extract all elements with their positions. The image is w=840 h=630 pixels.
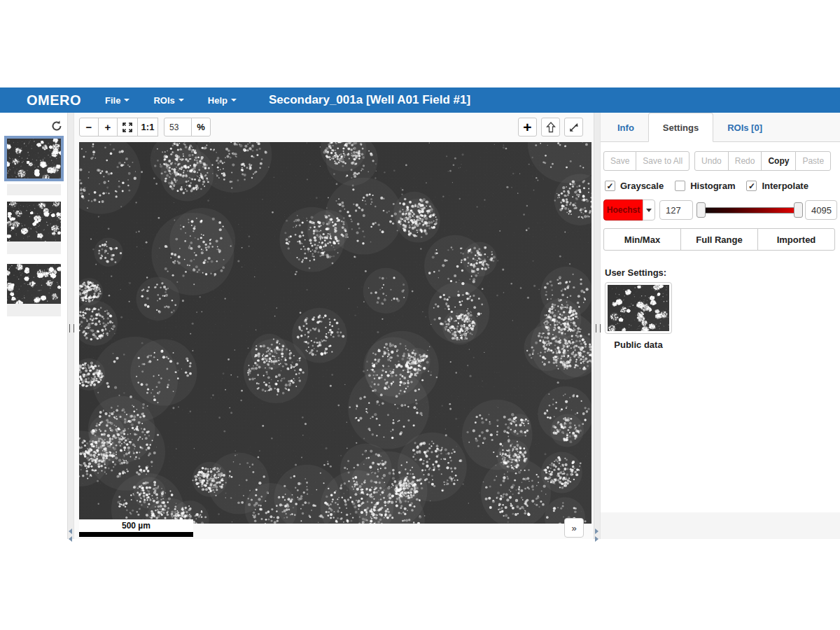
slider-handle-max[interactable] [794,202,803,218]
open-fullscreen-button[interactable] [564,118,583,136]
thumbnail-caption [7,241,61,254]
publish-button[interactable] [541,118,560,136]
full-range-button[interactable]: Full Range [680,228,758,251]
chevron-down-icon [646,209,652,212]
undo-button[interactable]: Undo [694,151,729,171]
checkbox-icon [675,181,685,191]
scalebar: 500 µm [79,519,193,537]
menu-rois[interactable]: ROIs [153,95,183,106]
omero-logo: OMERO [27,92,81,108]
top-navbar: OMERO File ROIs Help Secondary_001a [Wel… [0,88,840,113]
microscopy-image[interactable] [79,142,592,524]
histogram-checkbox[interactable]: Histogram [675,181,735,191]
percent-button[interactable]: % [191,118,211,136]
imported-button[interactable]: Imported [757,228,835,251]
diagonal-arrow-icon [569,122,579,132]
render-option-checkboxes: ✓ Grayscale Histogram ✓ Interpolate [605,181,820,191]
resize-grip-icon [69,324,74,332]
scalebar-label: 500 µm [79,519,193,532]
interpolate-checkbox[interactable]: ✓ Interpolate [746,181,808,191]
scalebar-bar [79,532,193,537]
image-title: Secondary_001a [Well A01 Field #1] [269,93,470,107]
min-max-button[interactable]: Min/Max [603,228,681,251]
zoom-percent-input[interactable]: 53 [164,118,192,136]
thumbnail-caption [7,304,61,316]
save-button[interactable]: Save [603,151,636,171]
collapse-right-icon[interactable] [595,528,598,542]
save-to-all-button[interactable]: Save to All [636,151,690,171]
chevron-down-icon [124,99,130,102]
chevron-down-icon [231,99,237,102]
user-setting-thumbnail-image [608,285,669,331]
omero-iviewer-page: OMERO File ROIs Help Secondary_001a [Wel… [0,0,840,630]
resize-grip-icon [596,324,601,332]
channel-toggle-button[interactable]: Hoechst [603,200,643,220]
zoom-in-button[interactable]: + [98,118,118,136]
slider-handle-min[interactable] [696,202,706,218]
left-panel-resizer[interactable] [67,113,74,539]
menu-help[interactable]: Help [208,95,237,106]
range-preset-buttons: Min/Max Full Range Imported [603,228,835,251]
panel-tabbar: Info Settings ROIs [0] [601,113,840,142]
chevron-down-icon [178,99,184,102]
panel-footer [601,512,840,539]
collapse-left-icon[interactable] [69,528,72,542]
settings-action-buttons: Save Save to All Undo Redo Copy Paste [603,151,831,171]
window-end-input[interactable]: 4095 [805,200,837,220]
channel-color-dropdown[interactable] [643,200,655,220]
tab-info[interactable]: Info [603,113,648,142]
paste-button[interactable]: Paste [795,151,831,171]
user-setting-name: Public data [605,340,672,350]
tab-rois[interactable]: ROIs [0] [713,113,776,142]
expand-thumbnails-button[interactable]: » [564,518,584,538]
checkbox-icon: ✓ [605,181,615,191]
fit-to-window-button[interactable] [117,118,138,136]
expand-arrows-icon [122,122,132,132]
refresh-icon[interactable] [50,120,63,132]
thumbnail-image-1 [7,139,61,178]
channel-row: Hoechst 127 4095 [603,200,837,220]
thumbnail-sidebar [0,113,67,539]
thumbnail-selected[interactable] [4,136,64,181]
zoom-out-button[interactable]: − [79,118,99,136]
thumbnail-caption [7,184,61,195]
right-panel-resizer[interactable] [594,113,601,539]
arrow-up-icon [546,122,556,133]
image-viewport-area: − + 1:1 53 % + [74,113,594,539]
thumbnail-image-2[interactable] [7,202,61,241]
user-settings-heading: User Settings: [605,267,666,278]
settings-panel: Info Settings ROIs [0] Save Save to All … [601,113,840,539]
grayscale-checkbox[interactable]: ✓ Grayscale [605,181,664,191]
menu-file[interactable]: File [105,95,130,106]
copy-button[interactable]: Copy [761,151,796,171]
user-setting-thumbnail[interactable] [605,282,672,334]
checkbox-icon: ✓ [746,181,757,191]
thumbnail-image-3[interactable] [7,264,61,304]
channel-range-slider [699,200,801,220]
redo-button[interactable]: Redo [728,151,762,171]
window-start-input[interactable]: 127 [659,200,693,220]
one-to-one-button[interactable]: 1:1 [137,118,158,136]
zoom-toolbar: − + 1:1 53 % [79,118,211,136]
slider-track[interactable] [699,207,801,214]
add-button[interactable]: + [518,118,537,136]
tab-settings[interactable]: Settings [648,113,713,142]
